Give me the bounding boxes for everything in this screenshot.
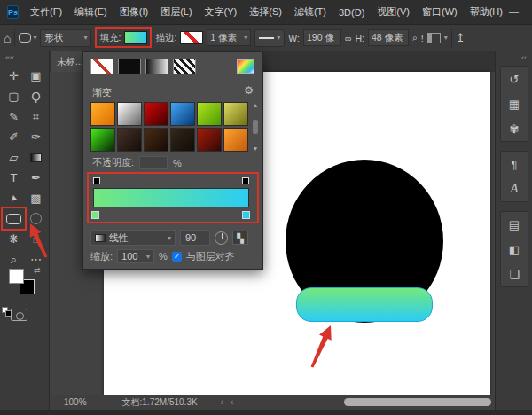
marquee-tool[interactable]: ▢: [3, 86, 25, 106]
gradient-swatch-silver[interactable]: [117, 102, 142, 126]
fill-pattern-button[interactable]: [173, 59, 196, 74]
dock-groups: ↺▦✾¶A▤◧❏: [500, 66, 528, 287]
type-tool[interactable]: T: [3, 168, 25, 188]
tool-preset-dropdown[interactable]: ▾: [19, 33, 36, 43]
reverse-gradient-icon[interactable]: ▚: [232, 231, 248, 245]
paragraph-panel-icon[interactable]: ¶: [505, 155, 524, 173]
menu-item[interactable]: 图像(I): [113, 5, 154, 19]
width-field[interactable]: 190 像: [303, 29, 341, 46]
stroke-style-select[interactable]: ▾: [254, 29, 285, 47]
move-tool[interactable]: ✛: [3, 66, 25, 86]
adjustments-panel-icon[interactable]: ◧: [505, 240, 524, 258]
eraser-tool[interactable]: ▱: [3, 147, 25, 168]
pen-tool[interactable]: ✒: [25, 168, 47, 188]
expand-dock-icon[interactable]: ‹‹: [521, 53, 527, 62]
horizontal-scrollbar[interactable]: [344, 398, 491, 406]
foreground-color-swatch[interactable]: [9, 269, 24, 284]
gradient-swatch-dark-brown-1[interactable]: [117, 128, 142, 152]
gradient-tool[interactable]: [25, 147, 47, 168]
swatch-scrollbar[interactable]: ▲ ▼: [251, 102, 260, 152]
path-selection-tool[interactable]: ➤: [3, 188, 25, 208]
status-menu-icon[interactable]: ›: [221, 397, 223, 407]
hand-tool[interactable]: ☝: [25, 229, 47, 249]
rounded-rectangle-tool[interactable]: [3, 208, 25, 229]
quick-selection-tool[interactable]: ✎: [3, 106, 25, 127]
color-panel-icon[interactable]: ✾: [505, 120, 524, 137]
scroll-down-icon[interactable]: ▼: [253, 145, 259, 152]
gradient-swatch-grid: [90, 102, 248, 152]
gradient-swatch-green-yellow[interactable]: [197, 102, 222, 126]
link-dimensions-icon[interactable]: ∞: [345, 33, 352, 43]
menu-item[interactable]: 图层(L): [154, 5, 198, 19]
fill-swatch[interactable]: [124, 31, 147, 44]
gradient-swatch-dark-brown-2[interactable]: [144, 128, 168, 152]
eyedropper-tool[interactable]: ✐: [3, 127, 25, 147]
fill-solid-button[interactable]: [118, 59, 141, 74]
export-icon[interactable]: ↥: [456, 31, 466, 44]
opacity-stop-right[interactable]: [242, 177, 249, 184]
slice-tool[interactable]: ▩: [25, 188, 47, 208]
zoom-level-field[interactable]: 100%: [64, 397, 87, 407]
scale-select[interactable]: 100 ▾: [117, 249, 154, 263]
scroll-up-icon[interactable]: ▲: [253, 102, 259, 108]
ellipse-tool[interactable]: [25, 208, 47, 229]
menu-item[interactable]: 选择(S): [243, 5, 288, 19]
home-icon[interactable]: ⌂: [4, 31, 11, 45]
collapse-toolbar-icon[interactable]: ««: [5, 53, 14, 62]
menu-item[interactable]: 3D(D): [332, 7, 371, 18]
zoom-tool[interactable]: ⌕: [3, 249, 25, 270]
crop-tool[interactable]: ⌗: [25, 106, 47, 127]
history-panel-icon[interactable]: ↺: [505, 70, 524, 88]
gradient-swatch-blue[interactable]: [170, 102, 195, 126]
menu-item[interactable]: 窗口(W): [416, 5, 464, 19]
path-options-icon[interactable]: ⌕: [412, 32, 418, 43]
gradient-swatch-red[interactable]: [144, 102, 168, 126]
panel-toggle-icon[interactable]: [427, 33, 441, 43]
lasso-tool[interactable]: Ϙ: [25, 86, 47, 106]
gradient-swatch-orange[interactable]: [90, 102, 115, 126]
align-layer-checkbox[interactable]: ✓: [172, 252, 182, 262]
healing-brush-tool[interactable]: ✑: [25, 127, 47, 147]
color-stop-left[interactable]: [91, 211, 99, 219]
scroll-thumb[interactable]: [253, 120, 258, 134]
gradient-swatch-orange-2[interactable]: [223, 128, 248, 152]
color-stop-right[interactable]: [242, 211, 250, 219]
fill-none-button[interactable]: [90, 59, 113, 74]
gear-icon[interactable]: ⚙: [244, 84, 254, 97]
tool-mode-select[interactable]: 形状 ▾: [40, 29, 91, 47]
swatches-panel-icon[interactable]: ▦: [505, 95, 524, 113]
opacity-field[interactable]: [139, 156, 168, 169]
quick-mask-icon[interactable]: [11, 309, 27, 321]
gradient-swatch-dark-umber[interactable]: [170, 128, 195, 152]
angle-field[interactable]: 90: [180, 230, 210, 246]
libraries-panel-icon[interactable]: ▤: [505, 215, 524, 233]
gradient-swatch-olive[interactable]: [223, 102, 248, 126]
height-field[interactable]: 48 像素: [368, 29, 409, 46]
layers-panel-icon[interactable]: ❏: [505, 265, 524, 283]
menu-bar: Ps 文件(F)编辑(E)图像(I)图层(L)文字(Y)选择(S)滤镜(T)3D…: [0, 0, 532, 25]
gradient-style-select[interactable]: 线性 ▾: [90, 230, 176, 246]
gradient-rounded-rect-shape[interactable]: [296, 287, 433, 322]
custom-shape-tool[interactable]: ❋: [3, 229, 25, 249]
gradient-swatch-dark-red[interactable]: [197, 128, 222, 152]
menu-item[interactable]: 文字(Y): [199, 5, 244, 19]
artboard-tool[interactable]: ▣: [25, 66, 47, 86]
scroll-left-icon[interactable]: ‹: [231, 397, 233, 407]
stroke-swatch[interactable]: [180, 31, 203, 44]
crop-tool-icon: ⌗: [33, 110, 39, 124]
character-panel-icon[interactable]: A: [505, 180, 524, 198]
color-picker-button[interactable]: [237, 59, 254, 74]
menu-item[interactable]: 帮助(H): [464, 5, 509, 19]
opacity-stop-left[interactable]: [93, 177, 100, 184]
gradient-swatch-green-black[interactable]: [90, 128, 115, 152]
menu-item[interactable]: 编辑(E): [68, 5, 113, 19]
menu-item[interactable]: 滤镜(T): [288, 5, 332, 19]
fill-gradient-button[interactable]: [145, 59, 168, 74]
angle-dial[interactable]: [215, 231, 228, 245]
stroke-width-field[interactable]: 1 像素 ▾: [207, 29, 251, 46]
menu-item[interactable]: 文件(F): [24, 5, 68, 19]
menu-item[interactable]: 视图(V): [371, 5, 416, 19]
minimize-button[interactable]: —: [509, 6, 519, 18]
gradient-editor-bar[interactable]: [93, 188, 249, 208]
bottom-edge: [0, 410, 532, 415]
